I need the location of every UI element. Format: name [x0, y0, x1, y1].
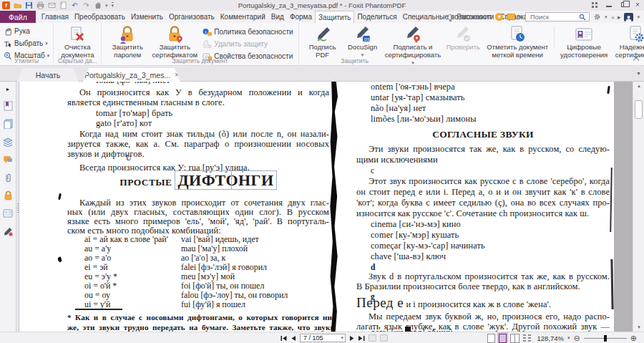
- menu-home[interactable]: Главная: [39, 11, 72, 23]
- doc-line: comer [ку-'мэр] кушать: [371, 230, 459, 240]
- doc-line: 'кот'; когда буква с имеет седилью (ç), …: [356, 198, 610, 208]
- tab-close-icon[interactable]: ×: [175, 71, 179, 79]
- timestamp-button[interactable]: Отметить документ меткой времени: [483, 25, 552, 59]
- account-caret-icon[interactable]: ▾: [637, 14, 640, 20]
- docusign-icon: DS: [354, 25, 371, 44]
- docusign-button[interactable]: DS DocuSign ▾: [343, 25, 383, 59]
- group-hidden-data: Очистка документа Скрытые да...: [53, 23, 101, 65]
- next-page-icon[interactable]: [349, 335, 354, 342]
- trusted-certificates-button[interactable]: Надежные сертификаты: [611, 25, 644, 59]
- page-field-caret-icon[interactable]: ▾: [341, 335, 343, 341]
- minimize-icon[interactable]: [605, 1, 613, 8]
- svg-text:DS: DS: [364, 37, 370, 42]
- menu-share[interactable]: Поделиться: [354, 11, 399, 23]
- first-page-icon[interactable]: [280, 335, 288, 342]
- history-back-icon[interactable]: ◂: [610, 14, 614, 21]
- zoom-caret-icon[interactable]: ▾: [567, 335, 570, 341]
- folder-caret-icon[interactable]: ▾: [519, 14, 522, 20]
- bookmarks-panel-icon[interactable]: [2, 100, 14, 112]
- doc-line: Когда над ним стоит знак тильды (õ) или …: [67, 129, 329, 139]
- signatures-panel-icon[interactable]: [2, 226, 14, 237]
- zoom-slider-thumb[interactable]: [604, 335, 607, 342]
- search-box[interactable]: [525, 12, 590, 21]
- history-forward-icon[interactable]: ▸: [618, 14, 621, 21]
- scrollbar-thumb[interactable]: [635, 100, 643, 119]
- doc-line: Мы передаем звук буквой ж, но, произнося…: [356, 311, 610, 322]
- page-navigation: 7 / 105 ▾: [280, 332, 388, 343]
- pages-panel-icon[interactable]: [2, 118, 14, 130]
- menu-edit[interactable]: Изменить: [128, 11, 166, 23]
- tab-start[interactable]: Начать: [17, 68, 79, 82]
- scroll-up-icon[interactable]: ▲: [633, 84, 644, 88]
- page-number-field[interactable]: 7 / 105 ▾: [300, 334, 346, 342]
- vertical-scrollbar[interactable]: ▲ ▼: [633, 82, 644, 332]
- restore-icon[interactable]: [620, 1, 627, 8]
- close-icon[interactable]: ×: [634, 1, 641, 8]
- hand-tool-button[interactable]: Рука: [4, 26, 49, 37]
- canvas-margin: [614, 82, 633, 332]
- tab-list-caret-icon[interactable]: ▼: [636, 71, 641, 76]
- menu-comment[interactable]: Комментарий: [218, 11, 268, 23]
- fields-panel-icon[interactable]: [2, 208, 14, 219]
- security-panel-icon[interactable]: [2, 190, 14, 201]
- group-protect: Подпись PDF DS DocuSign ▾ Подписать и се…: [298, 23, 644, 65]
- sign-pdf-button[interactable]: Подпись PDF: [303, 25, 343, 59]
- doc-line: Эти звуки произносятся так же, как в рус…: [356, 144, 610, 154]
- g-rule-rest: и i произносится как ж в слове 'жена'.: [404, 299, 551, 309]
- digital-ids-button[interactable]: Цифровые удостоверения: [557, 25, 611, 59]
- protect-certificate-button[interactable]: Защитить сертификатом: [150, 25, 200, 59]
- zoom-slider[interactable]: [584, 338, 627, 339]
- protect-password-button[interactable]: Защитить паролем: [105, 25, 150, 59]
- gear-caret-icon[interactable]: ▾: [605, 14, 608, 20]
- window-controls: ×: [591, 1, 641, 8]
- doc-line: folha [фо-'лья] лист: [96, 82, 170, 85]
- heart-icon[interactable]: ♥: [495, 13, 503, 21]
- scroll-down-icon[interactable]: ▼: [633, 325, 644, 329]
- document-viewport[interactable]: folha [фо-'лья] лист Он произносится как…: [19, 82, 633, 332]
- doc-line: não [на'уя] нет: [371, 103, 426, 113]
- doc-line: tomar [то'мар] брать: [96, 108, 172, 118]
- menu-bar: Файл Главная Преобразовать Изменить Орга…: [0, 11, 644, 23]
- prev-page-icon[interactable]: [291, 335, 296, 342]
- facing-view-icon[interactable]: [510, 334, 519, 343]
- comments-panel-icon[interactable]: [2, 154, 14, 165]
- pen-sign-icon: [314, 25, 331, 44]
- title-bar: f ↶ ↷ ▾ ▾ Portugalskiy_za_3_mesyatsa.pdf…: [0, 0, 644, 11]
- menu-form[interactable]: Форма: [287, 11, 315, 23]
- continuous-view-icon[interactable]: [499, 334, 507, 343]
- select-tool-button[interactable]: T Выбрать▾: [4, 38, 49, 49]
- layout-grid-icon[interactable]: [591, 1, 598, 8]
- doc-line: Каждый из этих звуков происходит от соче…: [67, 198, 329, 208]
- doc-line: В Бразилии произносится более твердо, ка…: [356, 281, 580, 291]
- lock-certificate-icon: [165, 25, 184, 44]
- doc-line: ontem ['оя-тэнь] вчера: [371, 82, 455, 92]
- single-page-view-icon[interactable]: [487, 334, 495, 343]
- attachments-panel-icon[interactable]: [2, 172, 14, 183]
- zoom-in-icon[interactable]: ⊕: [630, 334, 637, 342]
- menu-view[interactable]: Вид: [268, 11, 287, 23]
- menu-protect[interactable]: Защитить: [315, 11, 354, 23]
- folder-icon[interactable]: [507, 14, 515, 20]
- heading-small: ПРОСТЫЕ: [119, 177, 172, 188]
- section-heading: ПРОСТЫЕДИФТОНГИ: [67, 175, 329, 188]
- pen-verify-icon: [454, 25, 472, 44]
- tell-me-label[interactable]: Расскажит: [457, 13, 492, 21]
- menu-organize[interactable]: Организовать: [166, 11, 218, 23]
- menu-convert[interactable]: Преобразовать: [72, 11, 128, 23]
- security-policy-button[interactable]: i Политика безопасности: [203, 26, 293, 37]
- gear-icon[interactable]: [593, 13, 601, 21]
- last-page-icon[interactable]: [358, 335, 365, 342]
- doc-line: untar [уя-'тар] смазывать: [371, 92, 465, 102]
- account-avatar[interactable]: [624, 13, 633, 21]
- search-input[interactable]: [529, 12, 579, 21]
- menu-file[interactable]: Файл: [0, 11, 36, 23]
- panel-expand-icon[interactable]: ►: [2, 83, 14, 95]
- zoom-out-icon[interactable]: ⊖: [574, 334, 580, 342]
- continuous-facing-view-icon[interactable]: [523, 334, 531, 343]
- tab-document[interactable]: Portugalskiy_za_3_mes... ×: [83, 68, 180, 82]
- sanitize-document-button[interactable]: Очистка документа: [57, 25, 97, 59]
- ribbon-protect: Рука T Выбрать▾ Масштаб▾ Утилиты Очистка…: [0, 23, 644, 66]
- panel-splitter-grip[interactable]: [17, 203, 19, 213]
- search-icon: [579, 14, 586, 21]
- layers-panel-icon[interactable]: [2, 136, 14, 148]
